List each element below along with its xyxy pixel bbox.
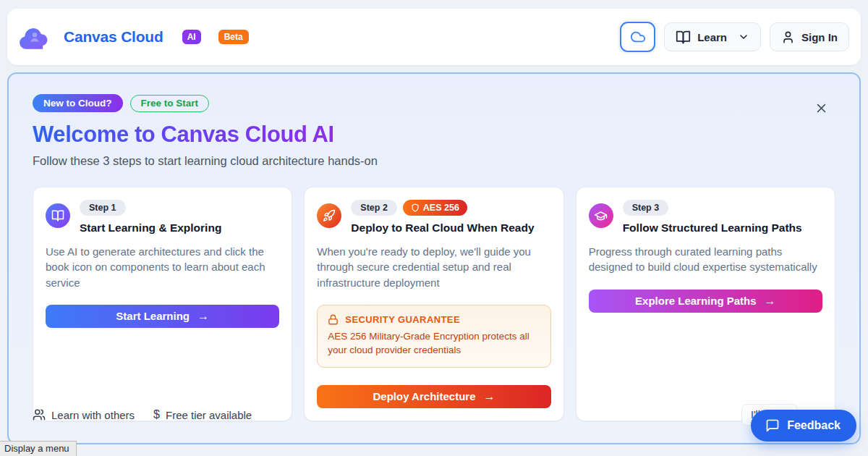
ai-badge: AI [182,30,201,44]
step-3-title: Follow Structured Learning Paths [623,221,802,235]
close-banner-button[interactable] [813,100,829,116]
security-guarantee-title: SECURITY GUARANTEE [345,314,460,325]
learn-with-others: Learn with others [33,408,135,421]
rocket-icon [317,203,341,228]
explore-learning-paths-button[interactable]: Explore Learning Paths → [589,290,822,313]
sign-in-button[interactable]: Sign In [770,22,849,51]
step-card-3: Step 3 Follow Structured Learning Paths … [576,187,835,421]
security-guarantee-box: SECURITY GUARANTEE AES 256 Military-Grad… [317,305,550,368]
page: { "header": { "title": "Canvas Cloud", "… [0,0,868,456]
step-3-head: Step 3 Follow Structured Learning Paths [589,200,822,235]
browser-status-tooltip: Display a menu [0,441,77,456]
start-learning-label: Start Learning [116,310,190,322]
step-1-badge: Step 1 [80,200,126,216]
explore-learning-paths-label: Explore Learning Paths [635,295,757,307]
users-icon [33,408,46,421]
learn-with-others-label: Learn with others [51,409,135,421]
cloud-icon [629,29,647,45]
free-tier-available: $ Free tier available [153,408,252,421]
step-1-head: Step 1 Start Learning & Exploring [46,200,279,235]
steps-row: Step 1 Start Learning & Exploring Use AI… [33,187,835,421]
banner-footer: Learn with others $ Free tier available [33,408,252,421]
start-learning-button[interactable]: Start Learning → [46,305,279,328]
step-3-badge: Step 3 [623,200,669,216]
aes-256-badge: AES 256 [403,200,467,216]
header-actions: Learn Sign In [620,22,849,52]
cloud-mode-button[interactable] [620,22,655,52]
book-open-icon [46,203,70,228]
dollar-icon: $ [153,408,160,421]
arrow-right-icon: → [197,310,209,323]
arrow-right-icon: → [483,390,495,403]
step-1-description: Use AI to generate architectures and cli… [46,244,279,290]
new-to-cloud-badge: New to Cloud? [33,94,123,112]
feedback-label: Feedback [787,419,841,432]
banner-subtitle: Follow these 3 steps to start learning c… [33,154,844,168]
security-guarantee-body: AES 256 Military-Grade Encryption protec… [328,330,540,358]
lock-icon [328,314,339,325]
step-2-description: When you're ready to deploy, we'll guide… [317,244,550,290]
welcome-banner: New to Cloud? Free to Start Welcome to C… [7,72,861,444]
beta-badge: Beta [218,30,249,44]
cloud-logo-icon [17,23,51,51]
arrow-right-icon: → [765,295,776,308]
chat-bubble-icon [765,418,780,433]
feedback-button[interactable]: Feedback [751,410,856,442]
app-title: Canvas Cloud [64,28,163,46]
deploy-architecture-button[interactable]: Deploy Architecture → [317,385,550,408]
user-icon [781,30,795,44]
deploy-architecture-label: Deploy Architecture [373,390,476,402]
step-3-description: Progress through curated learning paths … [589,244,822,275]
sign-in-label: Sign In [801,31,838,43]
step-card-2: Step 2 AES 256 Deploy to Real Cloud When… [304,187,563,421]
learn-label: Learn [697,31,727,43]
free-to-start-badge: Free to Start [130,95,210,112]
step-2-head: Step 2 AES 256 Deploy to Real Cloud When… [317,200,550,235]
app-header: Canvas Cloud AI Beta Learn [7,9,861,65]
brand[interactable]: Canvas Cloud AI Beta [17,23,249,51]
free-tier-label: Free tier available [166,409,252,421]
step-card-1: Step 1 Start Learning & Exploring Use AI… [33,187,292,421]
banner-title: Welcome to Canvas Cloud AI [33,122,334,148]
aes-badge-label: AES 256 [423,203,459,213]
banner-badges: New to Cloud? Free to Start [33,94,844,112]
book-icon [676,30,691,45]
step-2-badge: Step 2 [351,200,397,216]
shield-icon [411,203,420,212]
graduation-cap-icon [589,203,613,228]
learn-menu-button[interactable]: Learn [664,22,761,51]
step-2-title: Deploy to Real Cloud When Ready [351,221,534,235]
step-1-title: Start Learning & Exploring [80,221,221,235]
close-icon [815,102,827,114]
chevron-down-icon [738,31,749,43]
